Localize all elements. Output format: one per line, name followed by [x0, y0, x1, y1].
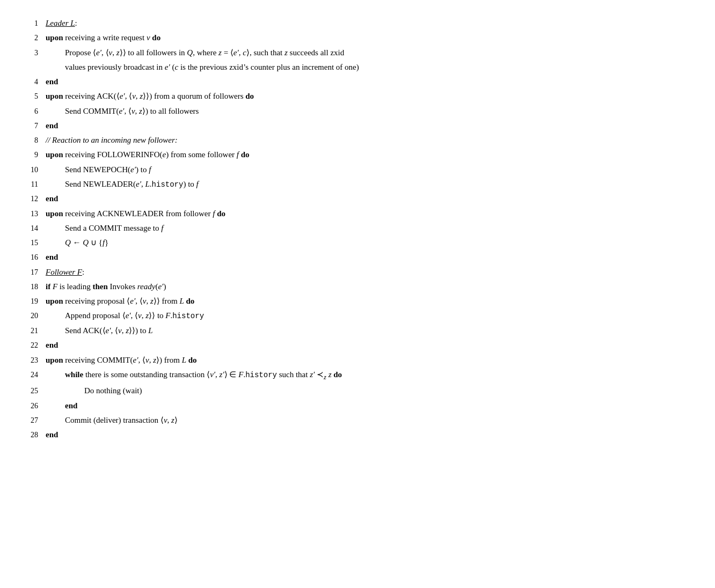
algorithm-line: 26end [22, 399, 693, 413]
line-number: 22 [22, 340, 38, 351]
line-number: 8 [22, 135, 38, 146]
algorithm-line: 18if F is leading then Invokes ready(e′) [22, 280, 693, 294]
line-number: 7 [22, 120, 38, 132]
algorithm-line: values previously broadcast in e′ (c is … [22, 60, 693, 75]
line-content: upon receiving a write request v do [46, 32, 693, 44]
line-number: 3 [22, 47, 38, 59]
algorithm-line: 19upon receiving proposal ⟨e′, ⟨v, z⟩⟩ f… [22, 294, 693, 308]
line-content: Propose ⟨e′, ⟨v, z⟩⟩ to all followers in… [46, 47, 693, 59]
line-number: 18 [22, 281, 38, 293]
algorithm-line: 1Leader L: [22, 16, 693, 31]
algorithm-container: 1Leader L:2upon receiving a write reques… [22, 11, 693, 447]
algorithm-line: 15Q ← Q ∪ {f} [22, 236, 693, 250]
line-content: Send NEWEPOCH(e′) to f [46, 164, 693, 176]
line-number: 27 [22, 415, 38, 427]
algorithm-line: 12end [22, 192, 693, 206]
line-number: 13 [22, 208, 38, 220]
algorithm-line: 28end [22, 428, 693, 442]
line-number: 10 [22, 164, 38, 176]
line-number: 16 [22, 252, 38, 263]
line-content: Q ← Q ∪ {f} [46, 237, 693, 249]
line-number: 26 [22, 400, 38, 412]
line-content: upon receiving proposal ⟨e′, ⟨v, z⟩⟩ fro… [46, 295, 693, 307]
line-content: upon receiving ACKNEWLEADER from followe… [46, 208, 693, 220]
line-content: Send NEWLEADER(e′, L.history) to f [46, 178, 693, 191]
line-number: 15 [22, 237, 38, 249]
line-content: upon receiving FOLLOWERINFO(e) from some… [46, 149, 693, 161]
line-number: 20 [22, 310, 38, 322]
algorithm-line: 16end [22, 250, 693, 264]
algorithm-line: 27Commit (deliver) transaction ⟨v, z⟩ [22, 413, 693, 428]
algorithm-line: 25Do nothing (wait) [22, 384, 693, 398]
line-number: 9 [22, 149, 38, 161]
line-content: Send ACK(⟨e′, ⟨v, z⟩⟩) to L [46, 325, 693, 337]
algorithm-line: 2upon receiving a write request v do [22, 31, 693, 45]
algorithm-line: 24while there is some outstanding transa… [22, 367, 693, 384]
line-content: end [46, 251, 693, 263]
line-number: 25 [22, 385, 38, 397]
line-content: // Reaction to an incoming new follower: [46, 134, 693, 146]
line-content: Send COMMIT(e′, ⟨v, z⟩) to all followers [46, 105, 693, 117]
line-number: 5 [22, 91, 38, 102]
line-content: end [46, 400, 693, 412]
line-number: 23 [22, 355, 38, 366]
algorithm-line: 9upon receiving FOLLOWERINFO(e) from som… [22, 148, 693, 162]
algorithm-line: 20Append proposal ⟨e′, ⟨v, z⟩⟩ to F.hist… [22, 308, 693, 324]
algorithm-line: 21Send ACK(⟨e′, ⟨v, z⟩⟩) to L [22, 324, 693, 338]
algorithm-line: 3Propose ⟨e′, ⟨v, z⟩⟩ to all followers i… [22, 46, 693, 60]
line-number: 11 [22, 179, 38, 190]
line-content: end [46, 120, 693, 132]
line-number: 24 [22, 369, 38, 381]
line-content: end [46, 339, 693, 351]
line-content: upon receiving ACK(⟨e′, ⟨v, z⟩⟩) from a … [46, 90, 693, 102]
line-content: end [46, 429, 693, 441]
line-number: 1 [22, 18, 38, 30]
algorithm-line: 13upon receiving ACKNEWLEADER from follo… [22, 207, 693, 221]
line-number: 12 [22, 193, 38, 205]
line-number: 17 [22, 267, 38, 278]
line-content: upon receiving COMMIT(e′, ⟨v, z⟩) from L… [46, 354, 693, 366]
algorithm-line: 5upon receiving ACK(⟨e′, ⟨v, z⟩⟩) from a… [22, 89, 693, 104]
algorithm-line: 10Send NEWEPOCH(e′) to f [22, 163, 693, 177]
line-content: end [46, 76, 693, 88]
line-content: Commit (deliver) transaction ⟨v, z⟩ [46, 414, 693, 427]
algorithm-line: 17Follower F: [22, 265, 693, 280]
algorithm-line: 11Send NEWLEADER(e′, L.history) to f [22, 177, 693, 192]
algorithm-line: 22end [22, 338, 693, 352]
algorithm-line: 6Send COMMIT(e′, ⟨v, z⟩) to all follower… [22, 104, 693, 119]
line-content: while there is some outstanding transact… [46, 369, 693, 383]
line-number: 28 [22, 429, 38, 441]
line-content: end [46, 193, 693, 205]
line-content: values previously broadcast in e′ (c is … [46, 61, 693, 74]
line-content: if F is leading then Invokes ready(e′) [46, 281, 693, 293]
line-number: 19 [22, 296, 38, 307]
line-number: 2 [22, 32, 38, 44]
line-content: Send a COMMIT message to f [46, 222, 693, 234]
algorithm-line: 23upon receiving COMMIT(e′, ⟨v, z⟩) from… [22, 353, 693, 367]
line-number: 14 [22, 223, 38, 234]
algorithm-line: 4end [22, 75, 693, 89]
line-content: Append proposal ⟨e′, ⟨v, z⟩⟩ to F.histor… [46, 310, 693, 322]
algorithm-line: 14Send a COMMIT message to f [22, 221, 693, 236]
line-number: 4 [22, 76, 38, 88]
algorithm-line: 8// Reaction to an incoming new follower… [22, 133, 693, 148]
line-content: Do nothing (wait) [46, 385, 693, 397]
line-number: 6 [22, 106, 38, 117]
algorithm-line: 7end [22, 119, 693, 133]
line-content: Follower F: [46, 266, 693, 278]
line-content: Leader L: [46, 17, 693, 30]
line-number: 21 [22, 325, 38, 337]
